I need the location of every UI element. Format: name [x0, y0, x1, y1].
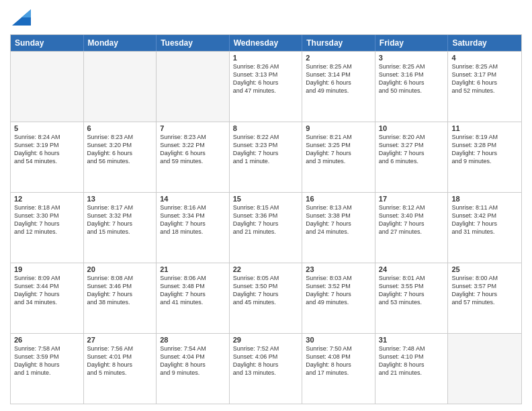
calendar-cell: 19Sunrise: 8:09 AM Sunset: 3:44 PM Dayli…: [11, 263, 84, 333]
day-number: 29: [233, 336, 299, 344]
day-number: 26: [14, 336, 80, 344]
day-number: 30: [306, 336, 371, 344]
calendar-cell: [157, 52, 230, 122]
day-info: Sunrise: 8:19 AM Sunset: 3:28 PM Dayligh…: [451, 133, 518, 166]
calendar-cell: 23Sunrise: 8:03 AM Sunset: 3:52 PM Dayli…: [302, 263, 375, 333]
calendar-cell: [11, 52, 84, 122]
day-info: Sunrise: 8:15 AM Sunset: 3:36 PM Dayligh…: [233, 203, 299, 236]
day-number: 14: [160, 195, 226, 203]
day-info: Sunrise: 8:26 AM Sunset: 3:13 PM Dayligh…: [233, 62, 299, 95]
logo: [10, 9, 31, 29]
day-number: 16: [306, 195, 371, 203]
calendar-cell: 15Sunrise: 8:15 AM Sunset: 3:36 PM Dayli…: [230, 193, 303, 263]
weekday-header: Thursday: [302, 35, 375, 51]
day-number: 11: [451, 124, 518, 132]
day-info: Sunrise: 7:52 AM Sunset: 4:06 PM Dayligh…: [233, 345, 299, 377]
weekday-header: Sunday: [11, 35, 84, 51]
day-number: 28: [160, 336, 226, 344]
day-info: Sunrise: 7:56 AM Sunset: 4:01 PM Dayligh…: [87, 345, 153, 377]
day-number: 7: [160, 124, 226, 132]
day-number: 13: [87, 195, 153, 203]
weekday-header: Tuesday: [157, 35, 230, 51]
calendar-cell: 8Sunrise: 8:22 AM Sunset: 3:23 PM Daylig…: [230, 122, 303, 192]
day-info: Sunrise: 8:06 AM Sunset: 3:48 PM Dayligh…: [160, 274, 226, 307]
calendar-cell: [448, 334, 521, 404]
calendar-cell: 24Sunrise: 8:01 AM Sunset: 3:55 PM Dayli…: [375, 263, 449, 333]
day-number: 12: [14, 195, 80, 203]
day-info: Sunrise: 8:23 AM Sunset: 3:20 PM Dayligh…: [87, 133, 153, 166]
calendar-cell: 26Sunrise: 7:58 AM Sunset: 3:59 PM Dayli…: [11, 334, 84, 404]
calendar-row: 1Sunrise: 8:26 AM Sunset: 3:13 PM Daylig…: [11, 51, 521, 122]
day-number: 15: [233, 195, 299, 203]
day-number: 19: [14, 265, 80, 273]
day-info: Sunrise: 8:08 AM Sunset: 3:46 PM Dayligh…: [87, 274, 153, 307]
day-info: Sunrise: 8:18 AM Sunset: 3:30 PM Dayligh…: [14, 203, 80, 236]
day-info: Sunrise: 8:13 AM Sunset: 3:38 PM Dayligh…: [306, 203, 371, 236]
day-info: Sunrise: 8:25 AM Sunset: 3:16 PM Dayligh…: [379, 62, 445, 95]
logo-icon: [12, 9, 31, 26]
day-number: 4: [451, 54, 518, 62]
day-info: Sunrise: 7:50 AM Sunset: 4:08 PM Dayligh…: [306, 345, 371, 377]
calendar-cell: 21Sunrise: 8:06 AM Sunset: 3:48 PM Dayli…: [157, 263, 230, 333]
day-info: Sunrise: 8:23 AM Sunset: 3:22 PM Dayligh…: [160, 133, 226, 166]
calendar-cell: 17Sunrise: 8:12 AM Sunset: 3:40 PM Dayli…: [375, 193, 449, 263]
day-info: Sunrise: 8:16 AM Sunset: 3:34 PM Dayligh…: [160, 203, 226, 236]
day-number: 18: [451, 195, 518, 203]
calendar-cell: 1Sunrise: 8:26 AM Sunset: 3:13 PM Daylig…: [230, 52, 303, 122]
calendar-cell: 12Sunrise: 8:18 AM Sunset: 3:30 PM Dayli…: [11, 193, 84, 263]
day-info: Sunrise: 8:20 AM Sunset: 3:27 PM Dayligh…: [379, 133, 445, 166]
day-number: 5: [14, 124, 80, 132]
day-info: Sunrise: 8:22 AM Sunset: 3:23 PM Dayligh…: [233, 133, 299, 166]
day-info: Sunrise: 8:09 AM Sunset: 3:44 PM Dayligh…: [14, 274, 80, 307]
day-number: 22: [233, 265, 299, 273]
day-info: Sunrise: 8:12 AM Sunset: 3:40 PM Dayligh…: [379, 203, 445, 236]
day-info: Sunrise: 8:25 AM Sunset: 3:14 PM Dayligh…: [306, 62, 371, 95]
calendar-cell: 27Sunrise: 7:56 AM Sunset: 4:01 PM Dayli…: [84, 334, 157, 404]
day-info: Sunrise: 8:03 AM Sunset: 3:52 PM Dayligh…: [306, 274, 371, 307]
day-number: 20: [87, 265, 153, 273]
day-info: Sunrise: 8:17 AM Sunset: 3:32 PM Dayligh…: [87, 203, 153, 236]
day-number: 9: [306, 124, 371, 132]
calendar-cell: 18Sunrise: 8:11 AM Sunset: 3:42 PM Dayli…: [448, 193, 521, 263]
day-number: 6: [87, 124, 153, 132]
calendar-cell: 7Sunrise: 8:23 AM Sunset: 3:22 PM Daylig…: [157, 122, 230, 192]
day-info: Sunrise: 8:05 AM Sunset: 3:50 PM Dayligh…: [233, 274, 299, 307]
calendar-cell: 29Sunrise: 7:52 AM Sunset: 4:06 PM Dayli…: [230, 334, 303, 404]
calendar-cell: 4Sunrise: 8:25 AM Sunset: 3:17 PM Daylig…: [448, 52, 521, 122]
calendar-cell: [84, 52, 157, 122]
day-info: Sunrise: 8:21 AM Sunset: 3:25 PM Dayligh…: [306, 133, 371, 166]
calendar-row: 12Sunrise: 8:18 AM Sunset: 3:30 PM Dayli…: [11, 192, 521, 263]
calendar-cell: 11Sunrise: 8:19 AM Sunset: 3:28 PM Dayli…: [448, 122, 521, 192]
page: SundayMondayTuesdayWednesdayThursdayFrid…: [0, 0, 532, 411]
logo-text: [10, 9, 31, 29]
day-number: 17: [379, 195, 445, 203]
calendar-header: SundayMondayTuesdayWednesdayThursdayFrid…: [11, 35, 521, 51]
day-number: 2: [306, 54, 371, 62]
day-number: 24: [379, 265, 445, 273]
day-number: 27: [87, 336, 153, 344]
weekday-header: Monday: [84, 35, 157, 51]
calendar-cell: 20Sunrise: 8:08 AM Sunset: 3:46 PM Dayli…: [84, 263, 157, 333]
day-info: Sunrise: 8:25 AM Sunset: 3:17 PM Dayligh…: [451, 62, 518, 95]
day-info: Sunrise: 7:48 AM Sunset: 4:10 PM Dayligh…: [379, 345, 445, 377]
calendar-cell: 9Sunrise: 8:21 AM Sunset: 3:25 PM Daylig…: [302, 122, 375, 192]
day-number: 23: [306, 265, 371, 273]
day-number: 1: [233, 54, 299, 62]
calendar-body: 1Sunrise: 8:26 AM Sunset: 3:13 PM Daylig…: [11, 51, 521, 404]
day-number: 25: [451, 265, 518, 273]
day-number: 31: [379, 336, 445, 344]
day-number: 10: [379, 124, 445, 132]
day-info: Sunrise: 7:54 AM Sunset: 4:04 PM Dayligh…: [160, 345, 226, 377]
calendar-cell: 13Sunrise: 8:17 AM Sunset: 3:32 PM Dayli…: [84, 193, 157, 263]
day-info: Sunrise: 8:00 AM Sunset: 3:57 PM Dayligh…: [451, 274, 518, 307]
day-number: 8: [233, 124, 299, 132]
day-number: 3: [379, 54, 445, 62]
calendar-cell: 3Sunrise: 8:25 AM Sunset: 3:16 PM Daylig…: [375, 52, 449, 122]
calendar-cell: 16Sunrise: 8:13 AM Sunset: 3:38 PM Dayli…: [302, 193, 375, 263]
calendar-cell: 14Sunrise: 8:16 AM Sunset: 3:34 PM Dayli…: [157, 193, 230, 263]
day-info: Sunrise: 8:01 AM Sunset: 3:55 PM Dayligh…: [379, 274, 445, 307]
day-info: Sunrise: 8:24 AM Sunset: 3:19 PM Dayligh…: [14, 133, 80, 166]
calendar-row: 19Sunrise: 8:09 AM Sunset: 3:44 PM Dayli…: [11, 263, 521, 333]
calendar-cell: 6Sunrise: 8:23 AM Sunset: 3:20 PM Daylig…: [84, 122, 157, 192]
calendar-cell: 5Sunrise: 8:24 AM Sunset: 3:19 PM Daylig…: [11, 122, 84, 192]
